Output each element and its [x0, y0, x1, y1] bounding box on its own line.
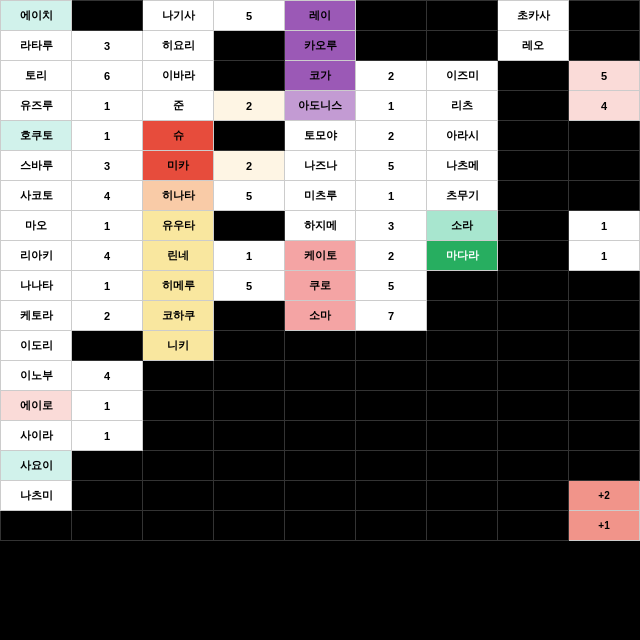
cell	[214, 61, 285, 91]
cell	[569, 301, 640, 331]
cell: 1	[72, 211, 143, 241]
cell: 1	[72, 391, 143, 421]
cell: 히요리	[143, 31, 214, 61]
cell	[569, 271, 640, 301]
table-row: 마오 1 유우타 하지메 3 소라 1	[1, 211, 640, 241]
cell	[427, 1, 498, 31]
cell	[356, 31, 427, 61]
cell	[498, 331, 569, 361]
cell	[427, 331, 498, 361]
cell	[356, 331, 427, 361]
cell	[569, 451, 640, 481]
cell	[498, 451, 569, 481]
table-row: 케토라 2 코하쿠 소마 7	[1, 301, 640, 331]
cell	[356, 361, 427, 391]
cell	[214, 391, 285, 421]
cell	[214, 121, 285, 151]
table-row: 이도리 니키	[1, 331, 640, 361]
cell	[356, 391, 427, 421]
cell	[569, 181, 640, 211]
cell: 미카	[143, 151, 214, 181]
cell	[356, 481, 427, 511]
table-row: 스바루 3 미카 2 나즈나 5 나츠메	[1, 151, 640, 181]
cell: 2	[72, 301, 143, 331]
cell: 유우타	[143, 211, 214, 241]
badge-plus1: +1	[569, 511, 640, 541]
cell	[72, 331, 143, 361]
cell	[356, 451, 427, 481]
cell	[214, 331, 285, 361]
cell	[427, 451, 498, 481]
cell: 2	[214, 91, 285, 121]
cell: 토모야	[285, 121, 356, 151]
cell	[72, 511, 143, 541]
table-row: 나나타 1 히메루 5 쿠로 5	[1, 271, 640, 301]
cell	[214, 301, 285, 331]
cell	[356, 1, 427, 31]
cell: 케이토	[285, 241, 356, 271]
cell	[1, 511, 72, 541]
cell: 1	[72, 421, 143, 451]
cell	[427, 421, 498, 451]
cell: 사코토	[1, 181, 72, 211]
cell	[214, 361, 285, 391]
cell	[285, 511, 356, 541]
cell: 사요이	[1, 451, 72, 481]
table-row: 에이로 1	[1, 391, 640, 421]
cell: 히메루	[143, 271, 214, 301]
cell: 1	[72, 121, 143, 151]
cell: 나기사	[143, 1, 214, 31]
cell: 2	[214, 151, 285, 181]
cell: 3	[72, 151, 143, 181]
cell	[498, 121, 569, 151]
cell: 슈	[143, 121, 214, 151]
cell	[498, 301, 569, 331]
cell	[143, 421, 214, 451]
cell: 3	[72, 31, 143, 61]
cell	[498, 151, 569, 181]
cell: 1	[569, 241, 640, 271]
cell	[285, 331, 356, 361]
main-table: 에이치 나기사 5 레이 초카사 라타루 3 히요리 카오루 레오 토리 6 이…	[0, 0, 640, 541]
table-row: 사이라 1	[1, 421, 640, 451]
cell: 5	[214, 181, 285, 211]
cell	[498, 181, 569, 211]
cell	[285, 391, 356, 421]
cell: 5	[569, 61, 640, 91]
cell	[427, 481, 498, 511]
cell	[214, 481, 285, 511]
cell	[285, 361, 356, 391]
cell: 나나타	[1, 271, 72, 301]
table-row: 이노부 4	[1, 361, 640, 391]
cell: 2	[356, 61, 427, 91]
cell: 5	[214, 271, 285, 301]
cell: 나즈나	[285, 151, 356, 181]
cell: 코하쿠	[143, 301, 214, 331]
cell	[569, 391, 640, 421]
cell: 소마	[285, 301, 356, 331]
cell: 나츠미	[1, 481, 72, 511]
cell	[214, 211, 285, 241]
cell	[143, 391, 214, 421]
cell	[498, 511, 569, 541]
cell: 4	[569, 91, 640, 121]
cell	[427, 301, 498, 331]
cell	[427, 271, 498, 301]
cell: 린네	[143, 241, 214, 271]
cell	[498, 421, 569, 451]
cell: 6	[72, 61, 143, 91]
cell: 1	[72, 271, 143, 301]
cell	[569, 151, 640, 181]
badge-plus2: +2	[569, 481, 640, 511]
cell	[214, 31, 285, 61]
cell	[498, 391, 569, 421]
table-row: 토리 6 이바라 코가 2 이즈미 5	[1, 61, 640, 91]
cell	[498, 361, 569, 391]
cell	[569, 31, 640, 61]
cell	[427, 31, 498, 61]
cell	[72, 451, 143, 481]
cell	[498, 211, 569, 241]
cell	[143, 361, 214, 391]
cell: 마다라	[427, 241, 498, 271]
cell: 4	[72, 241, 143, 271]
